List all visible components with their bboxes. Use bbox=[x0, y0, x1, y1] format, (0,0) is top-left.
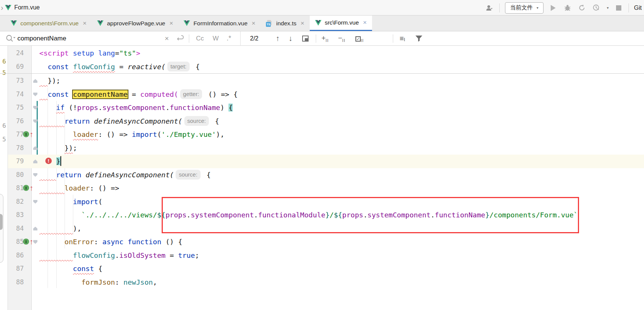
code-editor[interactable]: 6 5 6 5 24<script setup lang="ts">69 con… bbox=[0, 46, 644, 310]
keep-selection-icon[interactable]: ✓II bbox=[355, 34, 364, 43]
navigate-up-icon[interactable]: ↑ bbox=[29, 129, 33, 140]
code-text: const { bbox=[39, 262, 102, 276]
code-token bbox=[39, 77, 48, 85]
code-token bbox=[39, 278, 81, 286]
line-number: 75 bbox=[8, 101, 24, 115]
code-token bbox=[39, 171, 56, 179]
code-token: ( bbox=[98, 198, 102, 206]
chevron-down-icon[interactable]: ▾ bbox=[607, 6, 609, 10]
tab-bar: components\Form.vue×approveFlowPage.vue×… bbox=[0, 16, 644, 31]
code-token: ${ bbox=[157, 211, 165, 219]
close-tab-icon[interactable]: × bbox=[301, 20, 304, 27]
words-toggle[interactable]: W bbox=[213, 35, 219, 42]
code-line-73: 73 }); bbox=[0, 74, 644, 88]
match-case-toggle[interactable]: Cc bbox=[196, 35, 204, 42]
code-token bbox=[94, 49, 98, 57]
fold-down-icon[interactable] bbox=[33, 173, 37, 177]
code-token: { bbox=[192, 63, 200, 71]
code-token: newJson bbox=[124, 278, 153, 286]
regex-toggle[interactable]: .* bbox=[227, 34, 231, 42]
line-number: 84 bbox=[8, 222, 24, 236]
fold-down-icon[interactable] bbox=[33, 93, 37, 96]
code-token bbox=[39, 104, 56, 112]
close-tab-icon[interactable]: × bbox=[252, 20, 255, 27]
code-token: = bbox=[128, 90, 140, 98]
tab-index-ts[interactable]: TSindex.ts× bbox=[261, 16, 309, 31]
fold-up-icon[interactable] bbox=[33, 227, 37, 231]
close-tab-icon[interactable]: × bbox=[83, 20, 86, 27]
code-line-83: 83 `./../../../views/${props.systemCompo… bbox=[0, 208, 644, 222]
profiler-clock-icon[interactable] bbox=[592, 3, 601, 12]
add-selection-icon[interactable]: +II bbox=[321, 34, 329, 43]
fold-down-icon[interactable] bbox=[33, 119, 37, 123]
code-token: . bbox=[187, 211, 191, 219]
user-icon[interactable] bbox=[485, 3, 494, 12]
rerun-icon[interactable] bbox=[578, 3, 587, 12]
code-token: reactive( bbox=[128, 63, 165, 71]
git-menu[interactable]: Git bbox=[634, 5, 642, 11]
run-config-selector[interactable]: 当前文件 ▾ bbox=[505, 2, 543, 14]
code-token: ), bbox=[216, 130, 224, 138]
remove-selection-icon[interactable]: −II bbox=[338, 34, 345, 43]
select-all-occurrences-icon[interactable] bbox=[302, 36, 309, 42]
fold-down-icon[interactable] bbox=[33, 240, 37, 244]
newline-icon[interactable] bbox=[176, 34, 184, 43]
divider bbox=[316, 34, 316, 43]
stop-button[interactable] bbox=[614, 3, 623, 12]
navigate-up-icon[interactable]: ↑ bbox=[29, 182, 33, 194]
code-token: ; bbox=[73, 144, 77, 152]
fold-down-icon[interactable] bbox=[33, 106, 37, 110]
filter-icon[interactable] bbox=[415, 35, 423, 44]
code-token: } bbox=[485, 211, 490, 219]
code-token: { bbox=[202, 171, 211, 179]
code-line-80: 80 return defineAsyncComponent(source: { bbox=[0, 168, 644, 182]
code-line-76: 76 return defineAsyncComponent(source: { bbox=[0, 115, 644, 128]
tab-approveflowpage-vue[interactable]: approveFlowPage.vue× bbox=[92, 16, 178, 31]
code-token: isOldSystem bbox=[119, 251, 166, 259]
run-button[interactable] bbox=[549, 3, 558, 12]
code-token: true bbox=[178, 251, 195, 259]
tab-src-form-vue[interactable]: src\Form.vue× bbox=[310, 16, 372, 31]
clear-search-icon[interactable]: × bbox=[165, 34, 169, 43]
fold-down-icon[interactable] bbox=[33, 200, 37, 204]
fold-up-icon[interactable] bbox=[33, 146, 37, 150]
search-icon[interactable] bbox=[5, 34, 16, 45]
search-lines-icon[interactable]: ≡I bbox=[400, 34, 406, 43]
line-number: 79 bbox=[8, 155, 24, 168]
fold-up-icon[interactable] bbox=[33, 160, 37, 163]
tab-label: src\Form.vue bbox=[325, 19, 359, 26]
code-token: functionName bbox=[170, 104, 220, 112]
inlay-hint: source: bbox=[176, 170, 200, 180]
code-token: componentName bbox=[73, 90, 128, 98]
close-tab-icon[interactable]: × bbox=[169, 20, 173, 27]
code-token bbox=[39, 90, 48, 98]
code-token: ; bbox=[195, 251, 199, 259]
code-line-69: 69 const flowConfig = reactive(target: { bbox=[0, 60, 644, 74]
code-token: import bbox=[73, 198, 98, 206]
code-line-74: 74 const componentName = computed(getter… bbox=[0, 88, 644, 101]
fold-up-icon[interactable] bbox=[33, 79, 37, 83]
search-input[interactable]: componentName bbox=[17, 35, 66, 42]
tab-label: index.ts bbox=[276, 20, 296, 27]
implemented-marker-icon[interactable]: I bbox=[23, 185, 29, 191]
title-bar: › Form.vue 当前文件 ▾ ▾ Git bbox=[0, 0, 644, 16]
code-token: () { bbox=[161, 238, 182, 246]
code-token: }); bbox=[48, 77, 60, 85]
code-text: loader: () => import('./Empty.vue'), bbox=[39, 128, 224, 141]
tab-components-form-vue[interactable]: components\Form.vue× bbox=[5, 16, 92, 31]
code-token: . bbox=[115, 251, 119, 259]
implemented-marker-icon[interactable]: I bbox=[23, 239, 29, 245]
divider bbox=[629, 3, 629, 12]
code-token: = bbox=[115, 49, 119, 57]
next-occurrence-button[interactable]: ↓ bbox=[289, 34, 292, 43]
close-tab-icon[interactable]: × bbox=[363, 19, 367, 26]
navigate-up-icon[interactable]: ↑ bbox=[29, 236, 33, 247]
code-text: const componentName = computed(getter: (… bbox=[39, 88, 238, 101]
vue-file-icon bbox=[11, 20, 17, 26]
code-token: props bbox=[165, 211, 187, 219]
debug-icon[interactable] bbox=[563, 3, 572, 12]
code-token bbox=[81, 171, 85, 179]
implemented-marker-icon[interactable]: I bbox=[23, 131, 29, 137]
previous-occurrence-button[interactable]: ↑ bbox=[276, 34, 280, 43]
tab-forminformation-vue[interactable]: FormInformation.vue× bbox=[178, 16, 261, 31]
